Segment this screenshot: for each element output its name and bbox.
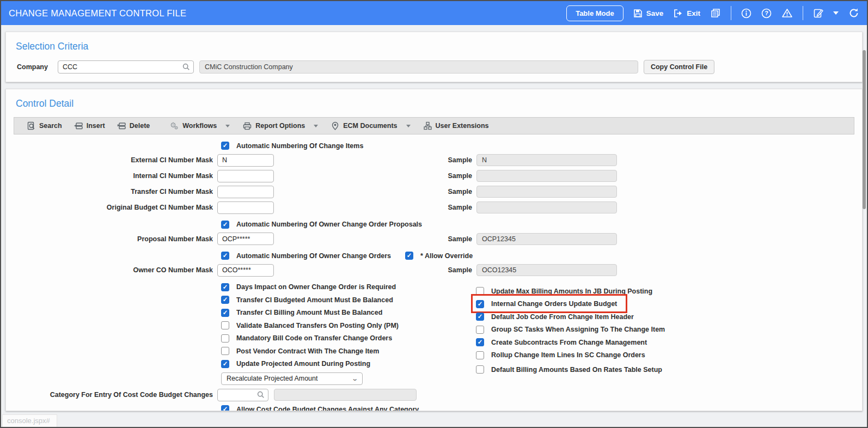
proposal-mask-input[interactable] [217, 233, 274, 245]
owner-co-mask-input[interactable] [217, 264, 274, 277]
category-name-field [274, 389, 417, 401]
exit-button[interactable]: Exit [673, 9, 700, 18]
default-job-code-row: Default Job Code From Change Item Header [474, 310, 636, 323]
proposal-sample-field: OCP12345 [476, 233, 617, 245]
toolbar-search-button[interactable]: Search [23, 121, 70, 130]
update-projected-row: Update Projected Amount During Posting [14, 358, 370, 371]
group-sc-tasks-checkbox[interactable] [476, 326, 484, 334]
original-budget-ci-mask-input[interactable] [217, 201, 274, 214]
ecm-documents-dropdown-caret[interactable] [406, 125, 411, 127]
toolbar-workflows-button[interactable]: Workflows [165, 121, 224, 130]
toolbar-delete-button[interactable]: Delete [113, 122, 158, 130]
days-impact-row: Days Impact on Owner Change Order is Req… [14, 281, 396, 294]
right-checkbox-column: Update Max Billing Amounts In JB During … [474, 285, 667, 376]
toolbar-insert-button[interactable]: Insert [70, 122, 113, 130]
auto-oco-checkbox[interactable] [221, 252, 229, 260]
ecm-pin-icon [331, 121, 339, 131]
update-max-billing-checkbox[interactable] [476, 287, 484, 295]
original-budget-ci-sample-field [476, 201, 617, 213]
help-icon[interactable]: ? [761, 8, 772, 19]
transfer-budgeted-checkbox[interactable] [221, 296, 229, 304]
save-icon [633, 9, 643, 18]
page-title: CHANGE MANAGEMENT CONTROL FILE [9, 8, 186, 19]
toolbar-ecm-documents-button[interactable]: ECM Documents [327, 121, 405, 131]
auto-change-items-checkbox[interactable] [221, 142, 229, 150]
toolbar-user-extensions-button[interactable]: User Extensions [419, 121, 497, 130]
validate-transfers-row: Validate Balanced Transfers On Posting O… [14, 319, 399, 332]
control-detail-toolbar: Search Insert Delete Workflows [14, 117, 854, 134]
company-name-field: CMiC Construction Company [199, 60, 638, 74]
batch-print-icon[interactable] [710, 8, 721, 18]
info-icon[interactable] [741, 8, 751, 19]
refresh-icon[interactable] [848, 8, 859, 19]
external-ci-mask-input[interactable] [217, 154, 274, 167]
transfer-ci-mask-input[interactable] [217, 186, 274, 198]
copy-control-file-button[interactable]: Copy Control File [644, 60, 714, 74]
original-budget-ci-mask-row: Original Budget CI Number Mask Sample [14, 200, 854, 216]
svg-text:?: ? [765, 10, 768, 16]
auto-ocp-checkbox[interactable] [221, 221, 229, 229]
toolbar-report-options-button[interactable]: Report Options [239, 122, 313, 130]
post-vendor-contract-checkbox[interactable] [221, 347, 229, 355]
default-billing-amounts-row: Default Billing Amounts Based On Rates T… [474, 363, 664, 376]
auto-change-items-row: Automatic Numbering Of Change Items [14, 139, 363, 152]
proposal-mask-row: Proposal Number Mask Sample OCP12345 [14, 231, 854, 247]
company-input[interactable] [58, 60, 194, 74]
app-window: CHANGE MANAGEMENT CONTROL FILE Table Mod… [0, 0, 868, 428]
internal-ci-mask-input[interactable] [217, 170, 274, 182]
category-budget-changes-row: Category For Entry Of Cost Code Budget C… [14, 387, 854, 403]
workflows-gears-icon [169, 121, 179, 130]
table-mode-button[interactable]: Table Mode [566, 5, 624, 21]
allow-cost-code-row: Allow Cost Code Budget Changes Against A… [14, 403, 419, 411]
save-label: Save [646, 9, 664, 17]
mandatory-bill-code-row: Mandatory Bill Code on Transfer Change O… [14, 332, 392, 345]
days-impact-checkbox[interactable] [221, 283, 229, 291]
vertical-scrollbar[interactable] [861, 26, 866, 426]
rollup-change-item-row: Rollup Change Item Lines In SC Change Or… [474, 349, 647, 362]
allow-override-checkbox[interactable] [405, 252, 413, 260]
control-detail-panel: Control Detail Search Insert Delete [5, 89, 863, 411]
allow-cost-code-checkbox[interactable] [221, 405, 229, 411]
selection-criteria-title: Selection Criteria [16, 41, 854, 52]
owner-co-mask-row: Owner CO Number Mask Sample OCO12345 [14, 262, 854, 278]
warning-icon[interactable] [781, 8, 793, 18]
category-search-icon[interactable] [257, 391, 265, 399]
transfer-budgeted-row: Transfer CI Budgeted Amount Must Be Bala… [14, 294, 393, 307]
transfer-ci-mask-row: Transfer CI Number Mask Sample [14, 184, 854, 200]
mandatory-bill-code-checkbox[interactable] [221, 334, 229, 343]
header-divider [731, 6, 731, 20]
save-button[interactable]: Save [633, 9, 664, 18]
internal-ci-mask-row: Internal CI Number Mask Sample [14, 168, 854, 184]
post-vendor-contract-row: Post Vendor Contract With The Change Ite… [14, 345, 379, 358]
update-projected-checkbox[interactable] [221, 360, 229, 368]
create-subcontracts-checkbox[interactable] [476, 338, 484, 346]
printer-icon [243, 122, 252, 130]
user-extensions-orgchart-icon [424, 121, 432, 130]
transfer-billing-checkbox[interactable] [221, 309, 229, 317]
rollup-change-item-checkbox[interactable] [476, 351, 484, 359]
exit-label: Exit [687, 9, 700, 17]
scrollbar-thumb[interactable] [863, 50, 866, 209]
group-sc-tasks-row: Group SC Tasks When Assigning To The Cha… [474, 323, 667, 337]
recalculate-projected-dropdown[interactable]: Recalculate Projected Amount ⌄ [221, 372, 363, 385]
search-icon [27, 121, 35, 130]
chevron-down-icon: ⌄ [351, 375, 358, 382]
company-search-icon[interactable] [182, 63, 190, 71]
validate-transfers-checkbox[interactable] [221, 321, 229, 329]
update-max-billing-row: Update Max Billing Amounts In JB During … [474, 285, 655, 298]
company-row: Company CMiC Construction Company Copy C… [14, 60, 854, 74]
workflows-dropdown-caret[interactable] [225, 125, 230, 127]
company-label: Company [17, 63, 48, 71]
insert-record-icon [74, 122, 83, 130]
report-options-dropdown-caret[interactable] [314, 125, 318, 127]
control-detail-title: Control Detail [16, 98, 854, 109]
delete-record-icon [117, 122, 126, 130]
selection-criteria-panel: Selection Criteria Company CMiC Construc… [5, 32, 863, 82]
default-job-code-checkbox[interactable] [476, 313, 484, 321]
external-ci-mask-row: External CI Number Mask Sample N [14, 152, 854, 168]
edit-mode-dropdown-caret[interactable] [833, 11, 839, 15]
internal-co-update-budget-checkbox[interactable] [476, 300, 484, 308]
transfer-ci-sample-field [476, 186, 617, 198]
default-billing-amounts-checkbox[interactable] [476, 365, 484, 374]
edit-mode-icon[interactable] [813, 8, 823, 19]
